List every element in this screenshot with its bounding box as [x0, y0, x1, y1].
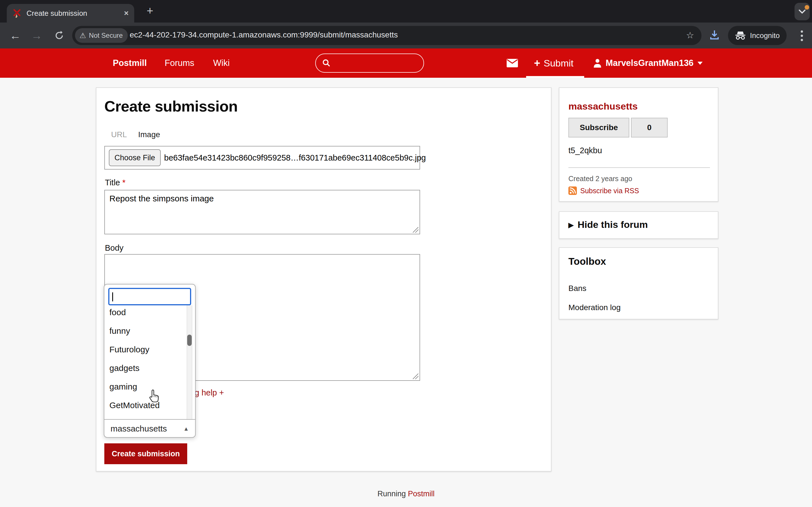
toolbox-modlog-link[interactable]: Moderation log — [568, 303, 620, 312]
triangle-up-icon: ▲ — [183, 426, 189, 432]
address-bar[interactable]: ⚠ Not Secure ec2-44-202-179-34.compute-1… — [72, 26, 702, 45]
chevron-down-icon — [798, 9, 806, 14]
rss-icon — [568, 186, 577, 195]
toolbox-card: Toolbox Bans Moderation log — [559, 247, 718, 320]
nav-wiki[interactable]: Wiki — [213, 48, 230, 78]
reload-button[interactable] — [50, 22, 69, 48]
messages-button[interactable] — [506, 48, 518, 78]
submit-active-underline — [526, 76, 584, 78]
forum-info-card: massachusetts Subscribe 0 t5_2qkbu Creat… — [559, 87, 718, 202]
browser-tab[interactable]: Create submission × — [7, 4, 134, 22]
choose-file-button[interactable]: Choose File — [109, 149, 161, 166]
toolbox-bans-link[interactable]: Bans — [568, 284, 587, 293]
forum-option[interactable]: gadgets — [104, 359, 195, 378]
favicon-postmill-icon — [12, 9, 21, 18]
url-text: ec2-44-202-179-34.compute-1.amazonaws.co… — [130, 31, 398, 40]
security-chip-label: Not Secure — [89, 32, 123, 40]
forum-option[interactable]: food — [104, 303, 195, 322]
downloads-button[interactable] — [708, 29, 721, 43]
user-icon — [593, 59, 602, 68]
tab-title: Create submission — [27, 9, 119, 18]
tab-image[interactable]: Image — [138, 130, 160, 139]
browser-toolbar: ← → ⚠ Not Secure ec2-44-202-179-34.compu… — [0, 22, 812, 48]
tab-close-icon[interactable]: × — [124, 9, 129, 18]
search-icon — [322, 59, 331, 68]
chevron-down-icon — [698, 62, 703, 65]
page: Create submission × + ← → ⚠ Not Secure e… — [0, 0, 812, 507]
dropdown-scrollbar-thumb[interactable] — [187, 335, 192, 346]
hide-forum-card: ▶Hide this forum — [559, 211, 718, 239]
forum-select[interactable]: massachusetts ▲ — [104, 419, 195, 438]
nav-forums[interactable]: Forums — [165, 48, 194, 78]
resize-handle[interactable] — [413, 374, 418, 379]
forum-title[interactable]: massachusetts — [568, 101, 638, 112]
triangle-right-icon: ▶ — [568, 221, 573, 229]
tab-search-chevron-button[interactable] — [795, 3, 810, 20]
forum-dropdown: food funny Futurology gadgets gaming Get… — [104, 284, 196, 438]
dropdown-scrollbar-track[interactable] — [187, 305, 192, 419]
forum-created: Created 2 years ago — [568, 175, 632, 183]
back-button[interactable]: ← — [6, 22, 25, 48]
page-title: Create submission — [104, 98, 238, 115]
new-tab-button[interactable]: + — [142, 4, 158, 17]
body-label: Body — [105, 243, 123, 252]
security-chip[interactable]: ⚠ Not Secure — [75, 28, 128, 43]
plus-icon: + — [534, 57, 540, 69]
browser-menu-button[interactable] — [796, 31, 808, 41]
update-badge-dot — [805, 5, 809, 10]
file-name: be63fae54e31423bc860c9f959258…f630171abe… — [164, 153, 426, 163]
submission-type-tabs: URL Image — [111, 130, 160, 139]
resize-handle[interactable] — [413, 227, 418, 233]
incognito-badge[interactable]: Incognito — [728, 26, 786, 45]
forum-option[interactable]: funny — [104, 322, 195, 340]
forum-option[interactable]: Futurology — [104, 340, 195, 359]
forum-search-input[interactable] — [108, 288, 191, 305]
site-search-input[interactable] — [315, 54, 424, 73]
download-icon — [708, 29, 721, 41]
forum-id: t5_2qkbu — [568, 146, 602, 155]
title-label: Title * — [105, 178, 125, 187]
footer-postmill-link[interactable]: Postmill — [408, 490, 435, 498]
text-caret — [112, 292, 113, 301]
user-menu[interactable]: MarvelsGrantMan136 — [593, 48, 703, 78]
forward-button[interactable]: → — [27, 22, 46, 48]
toolbox-title: Toolbox — [568, 256, 606, 267]
hand-cursor — [148, 389, 160, 404]
required-asterisk: * — [122, 178, 125, 187]
submit-link[interactable]: +Submit — [534, 48, 573, 78]
site-header: Postmill Forums Wiki +Submit MarvelsGran… — [0, 48, 812, 78]
incognito-label: Incognito — [750, 31, 780, 40]
rss-subscribe-link[interactable]: Subscribe via RSS — [568, 186, 639, 195]
brand-link[interactable]: Postmill — [113, 48, 147, 78]
envelope-icon — [506, 59, 518, 68]
title-textarea[interactable]: Repost the simpsons image — [104, 190, 420, 234]
file-input[interactable]: Choose File be63fae54e31423bc860c9f95925… — [104, 146, 420, 170]
hide-forum-toggle[interactable]: ▶Hide this forum — [568, 219, 648, 230]
browser-tabstrip: Create submission × + — [0, 0, 812, 22]
divider — [568, 167, 710, 168]
subscribe-button[interactable]: Subscribe — [568, 118, 629, 137]
reload-icon — [54, 31, 64, 40]
bookmark-star-icon[interactable]: ☆ — [686, 30, 694, 41]
create-submission-button[interactable]: Create submission — [104, 443, 187, 464]
tab-url[interactable]: URL — [111, 130, 127, 139]
incognito-icon — [735, 31, 746, 40]
warning-icon: ⚠ — [80, 31, 86, 40]
subscriber-count: 0 — [631, 118, 668, 137]
footer: Running Postmill — [0, 490, 812, 498]
